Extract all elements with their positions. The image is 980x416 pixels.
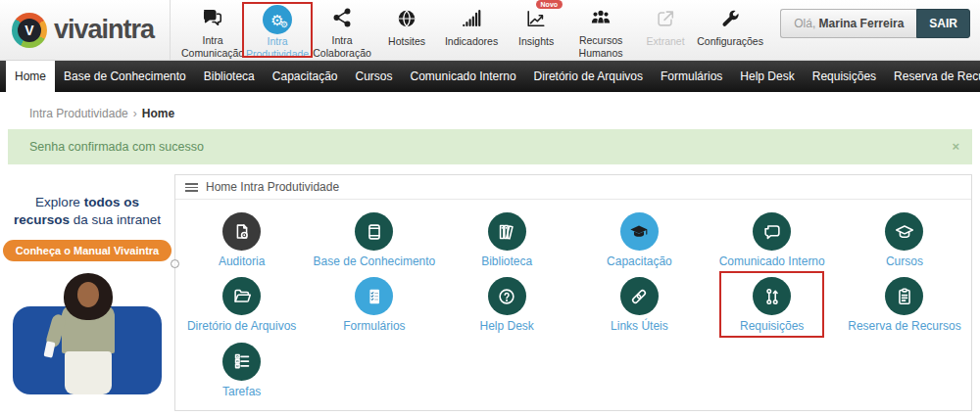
module-biblioteca[interactable]: Biblioteca bbox=[441, 212, 573, 268]
module-tarefas[interactable]: Tarefas bbox=[175, 343, 308, 398]
top-nav-label: Intra Produtividade bbox=[245, 35, 310, 61]
promo-person-pants bbox=[65, 351, 112, 394]
promo-text-before: Explore bbox=[35, 195, 84, 209]
module-comunicado-interno[interactable]: Comunicado Interno bbox=[706, 212, 838, 268]
home-panel: Home Intra Produtividade Auditoria Base … bbox=[174, 174, 972, 411]
content-row: Explore todos os recursos da sua intrane… bbox=[0, 174, 980, 411]
module-label: Formulários bbox=[343, 319, 405, 333]
top-nav-item-line-chart[interactable]: Novo Insights bbox=[504, 3, 568, 60]
main-nav-item-biblioteca[interactable]: Biblioteca bbox=[195, 61, 264, 92]
graduation-cap-filled-icon bbox=[620, 212, 659, 251]
breadcrumb-section[interactable]: Intra Produtividade bbox=[29, 107, 128, 120]
top-nav-item-gears[interactable]: ⚙⚙ Intra Produtividade bbox=[245, 3, 310, 60]
gears-icon: ⚙⚙ bbox=[263, 5, 292, 34]
audit-icon bbox=[222, 212, 261, 251]
module-label: Capacitação bbox=[607, 254, 672, 268]
tasks-icon bbox=[222, 343, 261, 381]
external-link-icon bbox=[655, 8, 676, 31]
main-nav-item-reserva-de-recursos[interactable]: Reserva de Recursos bbox=[885, 61, 980, 92]
main-nav-item-formul-rios[interactable]: Formulários bbox=[652, 61, 731, 92]
top-nav-label: Hotsites bbox=[388, 35, 425, 48]
main-nav-item-help-desk[interactable]: Help Desk bbox=[731, 61, 803, 92]
request-icon bbox=[753, 277, 791, 315]
top-nav-item-bar-chart[interactable]: Indicadores bbox=[439, 3, 504, 60]
alert-close-icon[interactable]: × bbox=[952, 139, 959, 154]
module-label: Help Desk bbox=[479, 319, 533, 333]
manual-vivaintra-button[interactable]: Conheça o Manual Vivaintra bbox=[3, 240, 172, 261]
breadcrumb-separator: › bbox=[133, 107, 137, 120]
logo-text: vivaintra bbox=[54, 15, 154, 45]
main-nav-item-home[interactable]: Home bbox=[6, 61, 55, 92]
announcement-icon bbox=[753, 212, 791, 251]
top-nav-label: Intra Comunicação bbox=[180, 34, 245, 60]
module-formul-rios[interactable]: Formulários bbox=[308, 277, 440, 333]
wrench-icon bbox=[719, 8, 741, 31]
globe-icon bbox=[396, 8, 417, 31]
user-name: Marina Ferreira bbox=[819, 17, 905, 30]
module-links-teis[interactable]: Links Úteis bbox=[573, 277, 706, 333]
promo-text-after: da sua intranet bbox=[70, 212, 161, 227]
success-alert: Senha confirmada com sucesso × bbox=[8, 129, 972, 164]
list-icon bbox=[185, 183, 198, 192]
module-help-desk[interactable]: Help Desk bbox=[441, 277, 573, 333]
promo-sidebar: Explore todos os recursos da sua intrane… bbox=[0, 174, 174, 394]
greeting-prefix: Olá, bbox=[794, 17, 818, 30]
module-label: Comunicado Interno bbox=[719, 254, 825, 268]
user-box: Olá, Marina Ferreira SAIR bbox=[780, 9, 970, 38]
module-auditoria[interactable]: Auditoria bbox=[175, 212, 308, 268]
module-label: Cursos bbox=[886, 254, 923, 268]
main-nav-item-diret-rio-de-arquivos[interactable]: Diretório de Arquivos bbox=[525, 61, 652, 92]
people-icon bbox=[590, 7, 612, 30]
logo-letter: V bbox=[18, 19, 41, 42]
module-label: Diretório de Arquivos bbox=[187, 319, 296, 333]
module-base-de-conhecimento[interactable]: Base de Conhecimento bbox=[308, 212, 440, 268]
vivaintra-logo[interactable]: V vivaintra bbox=[0, 0, 171, 60]
top-nav-item-wrench[interactable]: Configurações bbox=[698, 3, 762, 60]
module-cursos[interactable]: Cursos bbox=[838, 212, 970, 268]
top-nav-item-chat[interactable]: Intra Comunicação bbox=[180, 3, 245, 60]
novo-badge: Novo bbox=[536, 0, 564, 9]
module-label: Tarefas bbox=[222, 385, 261, 398]
main-nav-item-requisi-es[interactable]: Requisições bbox=[804, 61, 885, 92]
module-grid: Auditoria Base de Conhecimento Bibliotec… bbox=[175, 200, 971, 410]
main-nav-item-base-de-conhecimento[interactable]: Base de Conhecimento bbox=[55, 61, 195, 92]
module-reserva-de-recursos[interactable]: Reserva de Recursos bbox=[838, 277, 970, 333]
module-label: Reserva de Recursos bbox=[848, 319, 960, 333]
top-nav-label: Intra Colaboração bbox=[310, 34, 374, 60]
manual-button-label: Conheça o Manual Vivaintra bbox=[16, 245, 160, 256]
book-icon bbox=[355, 212, 393, 251]
top-nav-item-people[interactable]: Recursos Humanos bbox=[568, 3, 633, 60]
top-nav-label: Configurações bbox=[697, 35, 763, 48]
main-nav-item-capacita-o[interactable]: Capacitação bbox=[264, 61, 347, 92]
module-label: Auditoria bbox=[219, 254, 265, 268]
form-checklist-icon bbox=[355, 277, 393, 315]
alert-message: Senha confirmada com sucesso bbox=[29, 140, 204, 154]
library-icon bbox=[488, 212, 526, 251]
line-chart-icon bbox=[525, 8, 547, 31]
panel-header: Home Intra Produtividade bbox=[175, 175, 971, 200]
main-nav-item-cursos[interactable]: Cursos bbox=[347, 61, 402, 92]
top-nav-item-globe[interactable]: Hotsites bbox=[374, 3, 439, 60]
module-requisi-es[interactable]: Requisições bbox=[706, 277, 838, 333]
bar-chart-icon bbox=[461, 8, 482, 31]
top-nav-label: Recursos Humanos bbox=[568, 34, 633, 60]
user-greeting-button[interactable]: Olá, Marina Ferreira bbox=[780, 9, 916, 38]
top-nav-label: Extranet bbox=[647, 35, 685, 48]
clipboard-icon bbox=[885, 277, 923, 315]
module-diret-rio-de-arquivos[interactable]: Diretório de Arquivos bbox=[175, 277, 308, 333]
graduation-cap-icon bbox=[885, 212, 923, 251]
logout-button[interactable]: SAIR bbox=[916, 9, 970, 38]
panel-title: Home Intra Produtividade bbox=[206, 180, 339, 194]
chat-icon bbox=[202, 7, 223, 30]
module-label: Base de Conhecimento bbox=[314, 254, 436, 268]
top-nav-label: Insights bbox=[518, 35, 554, 48]
top-nav-item-share[interactable]: Intra Colaboração bbox=[310, 3, 374, 60]
share-icon bbox=[331, 7, 353, 30]
module-capacita-o[interactable]: Capacitação bbox=[573, 212, 706, 268]
module-label: Biblioteca bbox=[481, 254, 532, 268]
question-icon bbox=[488, 277, 526, 315]
promo-text: Explore todos os recursos da sua intrane… bbox=[10, 194, 165, 229]
folder-open-icon bbox=[222, 277, 261, 315]
main-nav-item-comunicado-interno[interactable]: Comunicado Interno bbox=[402, 61, 525, 92]
top-header: V vivaintra Intra Comunicação ⚙⚙ Intra P… bbox=[0, 0, 980, 61]
